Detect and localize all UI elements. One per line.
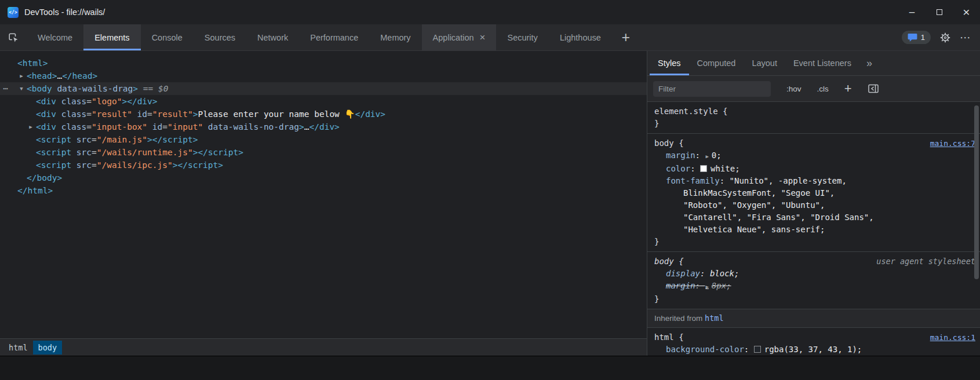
inherited-node-link[interactable]: html xyxy=(705,313,724,323)
dom-node-line[interactable]: <script src="/main.js"></script> xyxy=(0,133,647,146)
dom-node-line[interactable]: ▶<head>…</head> xyxy=(0,70,647,82)
stylesheet-link[interactable]: main.css:1 xyxy=(930,331,975,344)
breadcrumb-item-body[interactable]: body xyxy=(33,341,63,355)
node-more-actions-icon[interactable]: ⋯ xyxy=(3,82,9,95)
styles-scrollbar[interactable] xyxy=(974,105,979,279)
expand-shorthand-icon[interactable]: ▶ xyxy=(705,284,708,290)
dom-node-line[interactable]: <div class="logo"></div> xyxy=(0,95,647,108)
css-property[interactable]: margin xyxy=(666,151,695,160)
close-tab-icon[interactable]: × xyxy=(480,32,486,42)
css-property[interactable]: margin xyxy=(666,281,695,290)
css-property[interactable]: font-family xyxy=(666,176,720,185)
style-rule: element.style {} xyxy=(647,102,980,134)
css-value[interactable]: block; xyxy=(710,269,739,278)
token-val: "/wails/ipc.js" xyxy=(97,160,173,170)
css-declaration[interactable]: display: block; xyxy=(654,268,975,280)
dom-node-line[interactable]: </html> xyxy=(0,184,647,197)
dom-node-line[interactable]: ▶<div class="input-box" id="input" data-… xyxy=(0,120,647,133)
rule-selector[interactable]: body { xyxy=(654,137,684,149)
more-tools-button[interactable]: + xyxy=(612,24,640,50)
dom-node-line[interactable]: <script src="/wails/ipc.js"></script> xyxy=(0,159,647,171)
rule-selector[interactable]: element.style { xyxy=(654,105,727,118)
token-tag: </script> xyxy=(152,135,198,144)
tab-performance[interactable]: Performance xyxy=(299,24,369,50)
css-colon: : xyxy=(695,151,705,160)
token-att: class xyxy=(56,122,86,131)
token-tag: </div> xyxy=(309,122,339,131)
dom-node-line[interactable]: </body> xyxy=(0,171,647,184)
tab-console[interactable]: Console xyxy=(141,24,194,50)
css-value[interactable]: 0; xyxy=(712,151,722,160)
css-declaration[interactable]: color: white; xyxy=(654,163,975,175)
tab-welcome[interactable]: Welcome xyxy=(27,24,83,50)
breadcrumb: htmlbody xyxy=(0,338,647,356)
token-tag: > xyxy=(122,97,127,106)
styles-filter-input[interactable] xyxy=(653,81,771,97)
sidebar-tab-bar: StylesComputedLayoutEvent Listeners » xyxy=(647,51,980,76)
css-declaration[interactable]: margin: ▶0; xyxy=(654,149,975,163)
token-tag: <div xyxy=(36,97,56,106)
token-att: data-wails-drag xyxy=(52,84,133,93)
css-declaration[interactable]: background-color: rgba(33, 37, 43, 1); xyxy=(654,344,975,356)
rule-selector[interactable]: html { xyxy=(654,331,684,344)
color-swatch[interactable] xyxy=(700,165,707,172)
disclosure-collapsed-icon[interactable]: ▶ xyxy=(17,70,25,82)
css-property[interactable]: display xyxy=(666,269,700,278)
inspect-element-button[interactable] xyxy=(0,24,27,50)
stylesheet-link[interactable]: main.css:7 xyxy=(930,137,975,149)
token-ann: == $0 xyxy=(138,84,168,93)
tab-sources[interactable]: Sources xyxy=(194,24,246,50)
new-style-rule-button[interactable]: + xyxy=(844,82,852,95)
minimize-button[interactable]: – xyxy=(898,0,926,24)
tab-lighthouse[interactable]: Lighthouse xyxy=(549,24,612,50)
tab-network[interactable]: Network xyxy=(246,24,299,50)
issues-counter-button[interactable]: 1 xyxy=(902,31,931,44)
token-tag: <div xyxy=(36,122,56,131)
inherited-from-header: Inherited from html xyxy=(647,309,980,328)
close-button[interactable]: × xyxy=(953,0,980,24)
tab-elements[interactable]: Elements xyxy=(83,24,140,50)
tab-security[interactable]: Security xyxy=(496,24,548,50)
dom-node-line[interactable]: <html> xyxy=(0,57,647,70)
css-value[interactable]: white; xyxy=(711,164,740,173)
styles-toolbar: :hov .cls + xyxy=(647,76,980,102)
rule-header: body {user agent stylesheet xyxy=(654,255,975,268)
toggle-computed-sidebar-button[interactable] xyxy=(868,83,879,94)
css-declaration[interactable]: margin: ▶8px; xyxy=(654,280,975,293)
css-declaration[interactable]: font-family: "Nunito", -apple-system, Bl… xyxy=(654,175,975,236)
rule-selector[interactable]: body { xyxy=(654,255,684,268)
tab-label: Console xyxy=(152,33,183,42)
maximize-button[interactable] xyxy=(926,0,953,24)
token-tag: </script> xyxy=(177,160,223,170)
token-tag: <script xyxy=(36,160,71,170)
styles-sidebar: StylesComputedLayoutEvent Listeners » :h… xyxy=(647,51,980,356)
breadcrumb-item-html[interactable]: html xyxy=(3,341,33,355)
token-pun: = xyxy=(92,148,97,157)
color-swatch[interactable] xyxy=(754,346,761,353)
css-property[interactable]: background-color xyxy=(666,345,744,354)
disclosure-expanded-icon[interactable]: ▼ xyxy=(17,82,25,95)
token-att: id xyxy=(147,122,162,131)
css-property[interactable]: color xyxy=(666,164,690,173)
toggle-element-state-button[interactable]: :hov xyxy=(786,85,802,93)
more-menu-icon[interactable]: ⋯ xyxy=(960,31,971,44)
tab-application[interactable]: Application× xyxy=(422,24,497,50)
sidebar-tab-styles[interactable]: Styles xyxy=(650,51,689,75)
css-value[interactable]: rgba(33, 37, 43, 1); xyxy=(764,345,862,354)
sidebar-tab-event-listeners[interactable]: Event Listeners xyxy=(785,51,859,75)
title-bar: </> DevTools - file://wails/ – × xyxy=(0,0,980,24)
dom-node-line[interactable]: <script src="/wails/runtime.js"></script… xyxy=(0,146,647,159)
css-value[interactable]: 8px; xyxy=(712,281,731,290)
tab-memory[interactable]: Memory xyxy=(369,24,421,50)
token-pun: = xyxy=(92,160,97,170)
expand-shorthand-icon[interactable]: ▶ xyxy=(705,154,708,159)
dom-node-line[interactable]: ⋯▼<body data-wails-drag> == $0 xyxy=(0,82,647,95)
sidebar-tab-layout[interactable]: Layout xyxy=(744,51,785,75)
overflow-tabs-icon[interactable]: » xyxy=(859,51,879,75)
element-classes-button[interactable]: .cls xyxy=(817,85,829,93)
panel-tabs: WelcomeElementsConsoleSourcesNetworkPerf… xyxy=(27,24,612,50)
settings-button[interactable] xyxy=(939,32,951,43)
dom-node-line[interactable]: <div class="result" id="result">Please e… xyxy=(0,108,647,120)
sidebar-tab-computed[interactable]: Computed xyxy=(689,51,744,75)
disclosure-collapsed-icon[interactable]: ▶ xyxy=(27,120,35,133)
